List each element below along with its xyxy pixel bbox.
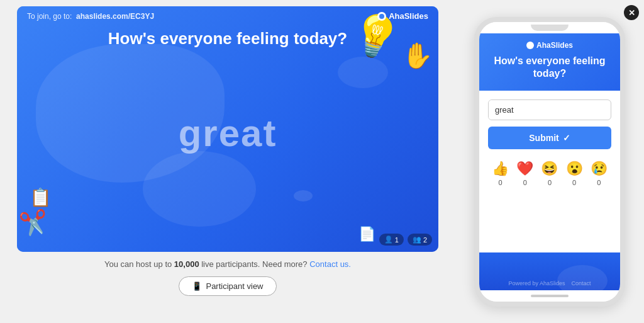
participant-icon: 👥 bbox=[413, 235, 421, 244]
phone-bottom-blue: Powered by AhaSlides Contact bbox=[479, 252, 620, 290]
blob-decor-2 bbox=[143, 151, 256, 227]
info-text-mid: live participants. Need more? bbox=[199, 259, 308, 269]
ahaslides-logo-icon bbox=[377, 12, 386, 21]
notes-illustration: 📋 bbox=[30, 187, 52, 208]
phone-white-area: 20 Submit ✓ 👍 0 ❤️ 0 😆 0 bbox=[479, 91, 620, 252]
reaction-laugh[interactable]: 😆 0 bbox=[541, 161, 558, 186]
heart-count: 0 bbox=[523, 179, 527, 186]
phone-logo: AhaSlides bbox=[488, 41, 611, 50]
phone-char-count: 20 bbox=[607, 106, 611, 115]
phone-blue-area: AhaSlides How's everyone feeling today? bbox=[479, 33, 620, 91]
slide-join-url: ahaslides.com/EC3YJ bbox=[76, 12, 154, 21]
phone-logo-icon bbox=[526, 42, 534, 49]
left-panel: 💡 ✋ ✂️ 📋 📄 To join, go to: ahaslides.com… bbox=[0, 0, 455, 323]
participant-view-button[interactable]: 📱 Participant view bbox=[179, 276, 276, 296]
reaction-wow[interactable]: 😮 0 bbox=[566, 161, 583, 186]
close-button[interactable]: ✕ bbox=[624, 5, 639, 20]
phone-submit-button[interactable]: Submit ✓ bbox=[488, 127, 611, 149]
phone-powered-bar: Powered by AhaSlides Contact bbox=[508, 280, 591, 286]
laugh-count: 0 bbox=[548, 179, 552, 186]
sad-count: 0 bbox=[597, 179, 601, 186]
laugh-emoji: 😆 bbox=[541, 161, 558, 177]
slide-inner: 💡 ✋ ✂️ 📋 📄 To join, go to: ahaslides.com… bbox=[17, 6, 438, 252]
reaction-heart[interactable]: ❤️ 0 bbox=[516, 161, 533, 186]
info-bar: You can host up to 10,000 live participa… bbox=[17, 252, 438, 273]
wow-emoji: 😮 bbox=[566, 161, 583, 177]
hand-left-illustration: ✂️ bbox=[18, 207, 51, 238]
slide-badges: 👤 1 👥 2 bbox=[379, 234, 432, 246]
phone-notch bbox=[531, 25, 569, 31]
phone-answer-input[interactable] bbox=[489, 100, 607, 120]
right-panel: ✕ AhaSlides How's everyone feeling today… bbox=[455, 0, 644, 323]
participant-limit: 10,000 bbox=[174, 259, 199, 269]
phone-home-bar bbox=[531, 295, 569, 297]
phone-frame: AhaSlides How's everyone feeling today? … bbox=[474, 17, 625, 307]
phone-bottom-blob bbox=[557, 265, 608, 290]
slide-join-text: To join, go to: ahaslides.com/EC3YJ bbox=[27, 12, 154, 21]
slide-question: How's everyone feeling today? bbox=[17, 29, 438, 48]
slide-container: 💡 ✋ ✂️ 📋 📄 To join, go to: ahaslides.com… bbox=[17, 6, 438, 252]
phone-notch-area bbox=[479, 22, 620, 33]
participant-badge: 👥 2 bbox=[408, 234, 432, 246]
phone-input-row: 20 bbox=[488, 99, 611, 120]
checkmark-icon: ✓ bbox=[563, 133, 570, 143]
sad-emoji: 😢 bbox=[591, 161, 608, 177]
blob-decor-4 bbox=[294, 190, 313, 201]
thumbsup-count: 0 bbox=[499, 179, 502, 186]
phone-question: How's everyone feeling today? bbox=[488, 55, 611, 81]
thumbsup-emoji: 👍 bbox=[492, 161, 509, 177]
slide-logo: AhaSlides bbox=[377, 11, 428, 21]
host-badge: 👤 1 bbox=[379, 234, 404, 246]
phone-home-area bbox=[479, 290, 620, 302]
host-icon: 👤 bbox=[384, 235, 393, 244]
slide-topbar: To join, go to: ahaslides.com/EC3YJ AhaS… bbox=[17, 6, 438, 26]
reaction-sad[interactable]: 😢 0 bbox=[591, 161, 608, 186]
phone-reactions: 👍 0 ❤️ 0 😆 0 😮 0 😢 0 bbox=[488, 156, 611, 191]
contact-us-link[interactable]: Contact us. bbox=[309, 259, 351, 269]
mobile-icon: 📱 bbox=[192, 281, 202, 291]
wow-count: 0 bbox=[572, 179, 576, 186]
slide-word: great bbox=[179, 111, 277, 155]
papers-illustration: 📄 bbox=[358, 226, 375, 242]
info-text-before: You can host up to bbox=[104, 259, 174, 269]
heart-emoji: ❤️ bbox=[516, 161, 533, 177]
reaction-thumbsup[interactable]: 👍 0 bbox=[492, 161, 509, 186]
